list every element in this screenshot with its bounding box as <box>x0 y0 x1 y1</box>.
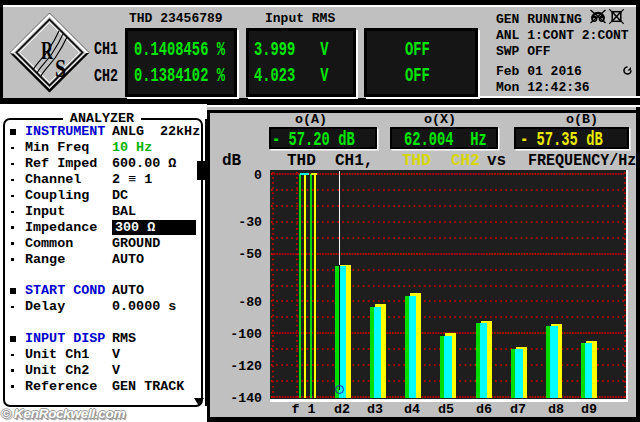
svg-text:S: S <box>55 55 66 82</box>
